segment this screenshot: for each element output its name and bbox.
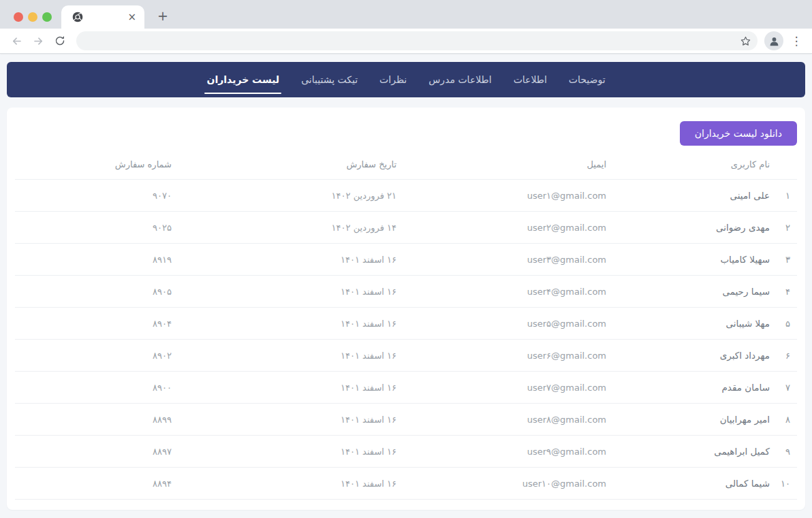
cell-order-date: ۱۶ اسفند ۱۴۰۱ xyxy=(176,244,401,276)
browser-menu-icon[interactable]: ⋮ xyxy=(790,34,802,48)
window-controls xyxy=(14,12,52,22)
cell-row-number: ۱۰ xyxy=(774,468,797,500)
url-input[interactable] xyxy=(76,31,758,50)
cell-username: مهرداد اکبری xyxy=(610,340,774,372)
table-row: ۵ مهلا شیبانی user۵@gmail.com ۱۶ اسفند ۱… xyxy=(15,308,797,340)
table-row: ۱۰ شیما کمالی user۱۰@gmail.com ۱۶ اسفند … xyxy=(15,468,797,500)
cell-username: شیما کمالی xyxy=(610,468,774,500)
header-order-number: شماره سفارش xyxy=(15,152,176,180)
reload-icon[interactable] xyxy=(52,33,68,49)
cell-row-number: ۱ xyxy=(774,180,797,212)
cell-email: user۶@gmail.com xyxy=(401,340,610,372)
close-window-button[interactable] xyxy=(14,12,23,22)
cell-email: user۸@gmail.com xyxy=(401,404,610,436)
cell-row-number: ۳ xyxy=(774,244,797,276)
cell-order-date: ۱۶ اسفند ۱۴۰۱ xyxy=(176,308,401,340)
cell-order-date: ۱۶ اسفند ۱۴۰۱ xyxy=(176,372,401,404)
cell-email: user۲@gmail.com xyxy=(401,212,610,244)
table-row: ۲ مهدی رضوانی user۲@gmail.com ۱۴ فروردین… xyxy=(15,212,797,244)
course-tabs-bar: توضیحات اطلاعات اطلاعات مدرس نظرات تیکت … xyxy=(7,62,805,97)
cell-order-date: ۱۶ اسفند ۱۴۰۱ xyxy=(176,468,401,500)
cell-order-date: ۱۶ اسفند ۱۴۰۱ xyxy=(176,404,401,436)
table-row: ۸ امیر مهرابیان user۸@gmail.com ۱۶ اسفند… xyxy=(15,404,797,436)
cell-order-date: ۲۱ فروردین ۱۴۰۲ xyxy=(176,180,401,212)
table-header-row: نام کاربری ایمیل تاریخ سفارش شماره سفارش xyxy=(15,152,797,180)
cell-order-date: ۱۶ اسفند ۱۴۰۱ xyxy=(176,276,401,308)
header-row-number xyxy=(774,152,797,180)
buyers-card: دانلود لیست خریداران نام کاربری ایمیل تا… xyxy=(7,108,805,510)
header-username: نام کاربری xyxy=(610,152,774,180)
user-avatar-icon xyxy=(768,35,780,47)
cell-username: سیما رحیمی xyxy=(610,276,774,308)
cell-order-date: ۱۴ فروردین ۱۴۰۲ xyxy=(176,212,401,244)
table-row: ۱ علی امینی user۱@gmail.com ۲۱ فروردین ۱… xyxy=(15,180,797,212)
buyers-table: نام کاربری ایمیل تاریخ سفارش شماره سفارش… xyxy=(15,152,797,500)
cell-order-number: ۸۹۰۲ xyxy=(15,340,176,372)
tab-support-ticket[interactable]: تیکت پشتیبانی xyxy=(300,71,358,88)
cell-row-number: ۶ xyxy=(774,340,797,372)
table-row: ۶ مهرداد اکبری user۶@gmail.com ۱۶ اسفند … xyxy=(15,340,797,372)
cell-order-number: ۸۹۰۰ xyxy=(15,372,176,404)
header-order-date: تاریخ سفارش xyxy=(176,152,401,180)
cell-row-number: ۷ xyxy=(774,372,797,404)
cell-username: علی امینی xyxy=(610,180,774,212)
cell-order-number: ۸۸۹۹ xyxy=(15,404,176,436)
site-favicon-icon xyxy=(72,12,83,22)
cell-email: user۴@gmail.com xyxy=(401,276,610,308)
cell-row-number: ۴ xyxy=(774,276,797,308)
table-row: ۴ سیما رحیمی user۴@gmail.com ۱۶ اسفند ۱۴… xyxy=(15,276,797,308)
cell-username: مهدی رضوانی xyxy=(610,212,774,244)
browser-toolbar: ⋮ xyxy=(0,29,812,54)
browser-titlebar: × + xyxy=(0,0,812,29)
page-background: توضیحات اطلاعات اطلاعات مدرس نظرات تیکت … xyxy=(0,54,812,518)
cell-row-number: ۹ xyxy=(774,436,797,468)
cell-order-number: ۸۹۰۴ xyxy=(15,308,176,340)
cell-order-number: ۸۸۹۷ xyxy=(15,436,176,468)
tab-buyers-list[interactable]: لیست خریداران xyxy=(206,71,280,88)
cell-email: user۹@gmail.com xyxy=(401,436,610,468)
download-buyers-list-button[interactable]: دانلود لیست خریداران xyxy=(680,121,797,146)
cell-username: سامان مقدم xyxy=(610,372,774,404)
tab-comments[interactable]: نظرات xyxy=(379,71,407,88)
minimize-window-button[interactable] xyxy=(28,12,37,22)
back-icon[interactable] xyxy=(8,33,25,49)
browser-tab[interactable]: × xyxy=(61,5,144,29)
cell-order-number: ۹۰۷۰ xyxy=(15,180,176,212)
cell-email: user۳@gmail.com xyxy=(401,244,610,276)
close-tab-icon[interactable]: × xyxy=(127,12,136,22)
profile-avatar-button[interactable] xyxy=(764,31,783,50)
cell-username: مهلا شیبانی xyxy=(610,308,774,340)
table-row: ۷ سامان مقدم user۷@gmail.com ۱۶ اسفند ۱۴… xyxy=(15,372,797,404)
cell-row-number: ۸ xyxy=(774,404,797,436)
cell-row-number: ۲ xyxy=(774,212,797,244)
cell-order-number: ۸۹۰۵ xyxy=(15,276,176,308)
cell-order-number: ۹۰۲۵ xyxy=(15,212,176,244)
table-row: ۳ سهیلا کامیاب user۳@gmail.com ۱۶ اسفند … xyxy=(15,244,797,276)
card-actions-row: دانلود لیست خریداران xyxy=(15,121,797,146)
cell-email: user۷@gmail.com xyxy=(401,372,610,404)
cell-row-number: ۵ xyxy=(774,308,797,340)
cell-order-number: ۸۸۹۴ xyxy=(15,468,176,500)
cell-order-date: ۱۶ اسفند ۱۴۰۱ xyxy=(176,340,401,372)
bookmark-star-icon[interactable] xyxy=(740,35,751,47)
cell-username: سهیلا کامیاب xyxy=(610,244,774,276)
tab-instructor-info[interactable]: اطلاعات مدرس xyxy=(428,71,492,88)
cell-email: user۱۰@gmail.com xyxy=(401,468,610,500)
forward-icon[interactable] xyxy=(30,33,46,49)
cell-username: امیر مهرابیان xyxy=(610,404,774,436)
maximize-window-button[interactable] xyxy=(42,12,52,22)
cell-email: user۵@gmail.com xyxy=(401,308,610,340)
new-tab-button[interactable]: + xyxy=(155,9,170,24)
cell-username: کمیل ابراهیمی xyxy=(610,436,774,468)
cell-email: user۱@gmail.com xyxy=(401,180,610,212)
tab-descriptions[interactable]: توضیحات xyxy=(568,71,606,88)
table-row: ۹ کمیل ابراهیمی user۹@gmail.com ۱۶ اسفند… xyxy=(15,436,797,468)
cell-order-date: ۱۶ اسفند ۱۴۰۱ xyxy=(176,436,401,468)
cell-order-number: ۸۹۱۹ xyxy=(15,244,176,276)
tab-information[interactable]: اطلاعات xyxy=(513,71,548,88)
header-email: ایمیل xyxy=(401,152,610,180)
